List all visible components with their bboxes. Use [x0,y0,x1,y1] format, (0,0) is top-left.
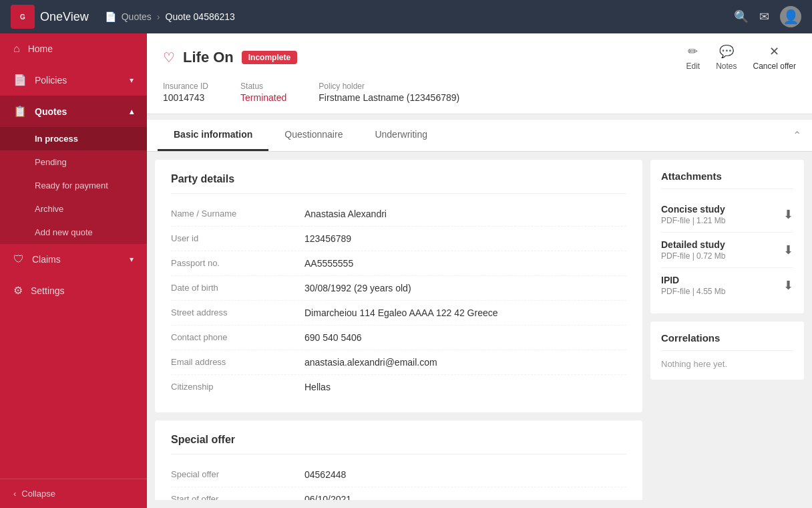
attachment-item: Concise study PDF-file | 1.21 Mb ⬇ [661,197,793,233]
sidebar-sub-item-archive[interactable]: Archive [0,197,147,221]
special-offer-card: Special offer Special offer04562448Start… [155,420,642,500]
header-left: ♡ Life On Incomplete [163,49,297,66]
policy-holder-field: Policy holder Firstname Lastname (123456… [319,82,459,103]
claims-chevron-down-icon: ▾ [130,255,134,264]
tab-questionnaire-label: Questionnaire [284,129,343,140]
sidebar-sub-item-ready-for-payment[interactable]: Ready for payment [0,174,147,197]
attachment-info: Concise study PDF-file | 1.21 Mb [661,204,725,225]
sidebar-item-policies-label: Policies [35,75,67,86]
sidebar-item-claims[interactable]: 🛡 Claims ▾ [0,244,147,275]
collapse-button[interactable]: ‹ Collapse [0,479,147,508]
sidebar-item-home-label: Home [28,43,53,54]
sidebar-item-policies[interactable]: 📄 Policies ▾ [0,64,147,96]
field-label: Street address [171,307,304,318]
field-value: Hellas [304,382,331,392]
notes-button[interactable]: 💬 Notes [716,44,737,71]
generali-logo-icon: G [11,5,35,29]
sidebar-item-settings-label: Settings [31,285,65,296]
quotes-submenu: In process Pending Ready for payment Arc… [0,127,147,244]
tab-questionnaire[interactable]: Questionnaire [268,120,359,151]
topnav-actions: 🔍 ✉ 👤 [734,6,801,27]
main-panel: Party details Name / SurnameAnastasia Al… [155,160,642,500]
download-icon[interactable]: ⬇ [783,243,793,257]
field-label: User id [171,233,304,244]
breadcrumb: 📄 Quotes › Quote 04586213 [105,11,734,22]
field-label: Start of offer [171,494,304,500]
claims-icon: 🛡 [13,253,24,265]
attachment-meta: PDF-file | 4.55 Mb [661,287,725,296]
sidebar-sub-item-pending[interactable]: Pending [0,150,147,174]
home-icon: ⌂ [13,43,20,55]
attachment-info: IPID PDF-file | 4.55 Mb [661,275,725,296]
tabs-collapse-icon[interactable]: ⌃ [793,129,801,142]
breadcrumb-separator: › [157,11,160,22]
field-label: Date of birth [171,283,304,293]
ready-for-payment-label: Ready for payment [35,180,108,190]
party-details-fields: Name / SurnameAnastasia AlexandriUser id… [171,202,626,399]
sidebar: ⌂ Home 📄 Policies ▾ 📋 Quotes ▴ In proces… [0,33,147,508]
pending-label: Pending [35,157,67,167]
field-label: Email address [171,357,304,368]
edit-label: Edit [686,61,700,71]
attachment-meta: PDF-file | 0.72 Mb [661,251,725,261]
tab-underwriting[interactable]: Underwriting [359,120,443,151]
content-area: ♡ Life On Incomplete ✏ Edit 💬 Notes ✕ [147,33,812,508]
attachment-info: Detailed study PDF-file | 0.72 Mb [661,239,725,261]
cancel-offer-button[interactable]: ✕ Cancel offer [753,44,796,71]
logo[interactable]: G OneView [11,5,89,29]
chevron-down-icon: ▾ [130,76,134,85]
tab-basic-information-label: Basic information [174,129,252,140]
sidebar-item-home[interactable]: ⌂ Home [0,33,147,64]
field-value: Dimarcheiou 114 Egaleo AAAA 122 42 Greec… [304,307,498,318]
field-value: AA5555555 [304,258,353,269]
collapse-label: Collapse [21,489,55,499]
right-panel: Attachments Concise study PDF-file | 1.2… [650,160,804,500]
breadcrumb-parent[interactable]: Quotes [122,11,152,22]
search-icon[interactable]: 🔍 [734,9,749,24]
sidebar-item-quotes-label: Quotes [35,106,67,117]
party-details-title: Party details [171,173,626,194]
status-field: Status Terminated [240,82,286,103]
content-header: ♡ Life On Incomplete ✏ Edit 💬 Notes ✕ [147,33,812,114]
settings-icon: ⚙ [13,284,23,297]
insurance-id-value: 10014743 [163,92,208,103]
status-badge: Incomplete [242,51,297,64]
field-value: 06/10/2021 [304,494,351,500]
top-navigation: G OneView 📄 Quotes › Quote 04586213 🔍 ✉ … [0,0,812,33]
attachment-item: Detailed study PDF-file | 0.72 Mb ⬇ [661,233,793,268]
main-layout: ⌂ Home 📄 Policies ▾ 📋 Quotes ▴ In proces… [0,33,812,508]
insurance-id-field: Insurance ID 10014743 [163,82,208,103]
content-body: Party details Name / SurnameAnastasia Al… [147,152,812,508]
attachment-name: Concise study [661,204,725,215]
insurance-id-label: Insurance ID [163,82,208,91]
sidebar-item-settings[interactable]: ⚙ Settings [0,275,147,306]
header-actions: ✏ Edit 💬 Notes ✕ Cancel offer [686,44,796,71]
sidebar-sub-item-add-new-quote[interactable]: Add new quote [0,221,147,244]
policy-holder-value: Firstname Lastname (123456789) [319,92,459,103]
tab-underwriting-label: Underwriting [375,129,427,140]
field-value: 690 540 5406 [304,332,362,343]
sidebar-sub-item-in-process[interactable]: In process [0,127,147,150]
download-icon[interactable]: ⬇ [783,207,793,222]
mail-icon[interactable]: ✉ [759,9,769,24]
table-row: Email addressanastasia.alexandri@email.c… [171,350,626,375]
attachments-title: Attachments [661,170,793,189]
field-value: 123456789 [304,233,351,244]
breadcrumb-icon: 📄 [105,11,116,22]
edit-button[interactable]: ✏ Edit [686,44,700,71]
content-header-top: ♡ Life On Incomplete ✏ Edit 💬 Notes ✕ [163,44,796,71]
field-value: 04562448 [304,469,346,480]
sidebar-item-quotes[interactable]: 📋 Quotes ▴ [0,96,147,127]
field-label: Citizenship [171,382,304,392]
attachment-name: Detailed study [661,239,725,250]
download-icon[interactable]: ⬇ [783,278,793,293]
table-row: Start of offer06/10/2021 [171,487,626,500]
attachments-card: Attachments Concise study PDF-file | 1.2… [650,160,804,313]
field-label: Passport no. [171,258,304,269]
avatar[interactable]: 👤 [780,6,801,27]
table-row: Contact phone690 540 5406 [171,326,626,350]
status-value: Terminated [240,92,286,103]
tab-basic-information[interactable]: Basic information [158,120,268,151]
table-row: Date of birth30/08/1992 (29 years old) [171,276,626,301]
quotes-icon: 📋 [13,105,27,118]
